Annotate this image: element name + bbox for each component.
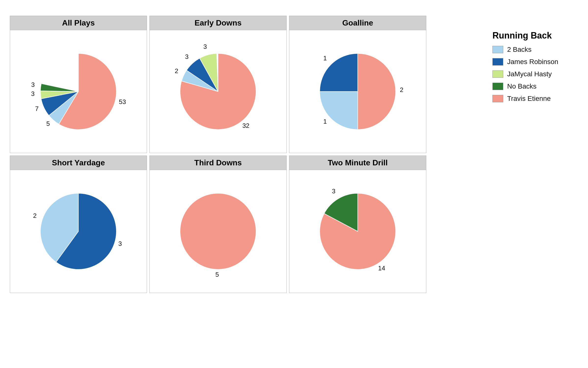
pie-label-early-downs-3: 3 xyxy=(203,43,207,51)
legend-item-travis-etienne: Travis Etienne xyxy=(492,95,573,103)
pie-label-short-yardage-2: 2 xyxy=(33,212,37,220)
chart-panel-all-plays: All Plays535733 xyxy=(10,16,147,153)
chart-panel-short-yardage: Short Yardage32 xyxy=(10,156,147,293)
chart-panel-goalline: Goalline211 xyxy=(289,16,426,153)
panel-header-goalline: Goalline xyxy=(289,16,426,30)
legend-area: Running Back 2 BacksJames RobinsonJaMyca… xyxy=(485,16,578,112)
pie-label-early-downs-32: 32 xyxy=(242,122,249,130)
legend-label: James Robinson xyxy=(507,58,558,66)
legend-swatch xyxy=(492,83,503,90)
panel-header-third-downs: Third Downs xyxy=(150,156,286,170)
pie-label-goalline-1: 1 xyxy=(323,54,327,62)
legend-swatch xyxy=(492,70,503,78)
pie-label-early-downs-3: 3 xyxy=(185,53,188,61)
pie-container-two-minute-drill: 143 xyxy=(289,170,426,293)
legend-label: 2 Backs xyxy=(507,46,532,53)
chart-panel-third-downs: Third Downs5 xyxy=(149,156,287,293)
pie-container-short-yardage: 32 xyxy=(10,170,147,293)
legend-item-2-backs: 2 Backs xyxy=(492,46,573,53)
pie-label-all-plays-5: 5 xyxy=(46,120,50,128)
legend-item-james-robinson: James Robinson xyxy=(492,58,573,66)
chart-panel-two-minute-drill: Two Minute Drill143 xyxy=(289,156,426,293)
pie-label-goalline-1: 1 xyxy=(323,118,327,125)
pie-label-goalline-2: 2 xyxy=(400,86,403,94)
legend-swatch xyxy=(492,58,503,66)
legend-item-no-backs: No Backs xyxy=(492,82,573,90)
pie-label-all-plays-3: 3 xyxy=(31,90,35,98)
legend-label: Travis Etienne xyxy=(507,95,551,103)
panel-header-two-minute-drill: Two Minute Drill xyxy=(289,156,426,170)
pie-container-goalline: 211 xyxy=(289,30,426,153)
legend-swatch xyxy=(492,95,503,102)
legend-item-jamycal-hasty: JaMycal Hasty xyxy=(492,70,573,78)
pie-container-early-downs: 32233 xyxy=(150,30,286,153)
pie-label-two-minute-drill-14: 14 xyxy=(378,264,385,272)
pie-label-all-plays-3: 3 xyxy=(31,81,35,89)
legend-swatch xyxy=(492,46,503,53)
pie-container-third-downs: 5 xyxy=(150,170,286,293)
pie-label-short-yardage-3: 3 xyxy=(118,240,122,248)
pie-label-early-downs-2: 2 xyxy=(175,67,178,75)
legend-label: JaMycal Hasty xyxy=(507,70,552,78)
panel-header-all-plays: All Plays xyxy=(10,16,147,30)
panel-header-early-downs: Early Downs xyxy=(150,16,286,30)
charts-grid: All Plays535733Early Downs32233Goalline2… xyxy=(10,16,485,293)
legend-label: No Backs xyxy=(507,82,537,90)
chart-panel-early-downs: Early Downs32233 xyxy=(149,16,287,153)
pie-label-all-plays-53: 53 xyxy=(119,98,126,106)
pie-label-third-downs-5: 5 xyxy=(215,271,219,278)
content-area: All Plays535733Early Downs32233Goalline2… xyxy=(10,16,578,293)
pie-label-two-minute-drill-3: 3 xyxy=(332,187,335,195)
pie-label-all-plays-7: 7 xyxy=(35,105,38,113)
panel-header-short-yardage: Short Yardage xyxy=(10,156,147,170)
legend-title: Running Back xyxy=(492,30,573,41)
pie-container-all-plays: 535733 xyxy=(10,30,147,153)
